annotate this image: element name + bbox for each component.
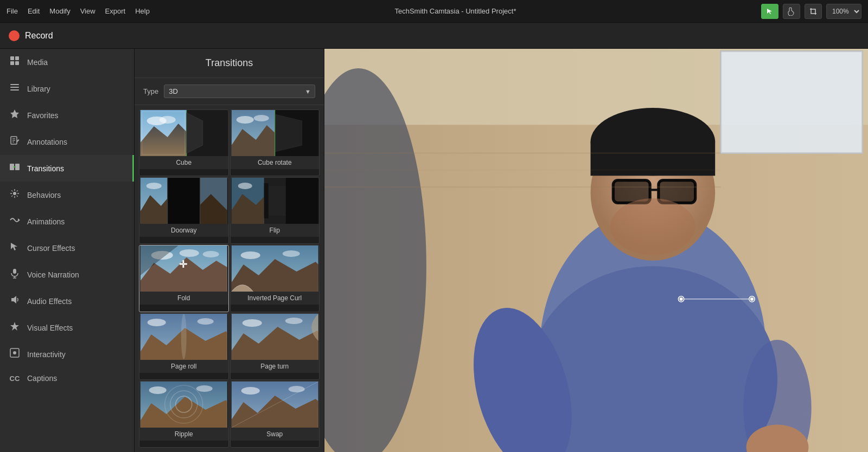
svg-point-100 <box>610 198 695 255</box>
inverted-page-curl-label: Inverted Page Curl <box>231 292 320 305</box>
svg-rect-2 <box>10 61 14 65</box>
menu-help[interactable]: Help <box>135 7 150 15</box>
svg-rect-13 <box>15 164 20 170</box>
svg-point-55 <box>180 249 199 257</box>
svg-rect-6 <box>10 89 19 91</box>
type-filter-select[interactable]: 3D All 2D Alpha <box>164 85 315 98</box>
sidebar-item-audio-effects[interactable]: Audio Effects <box>0 288 134 314</box>
zoom-select[interactable]: 100% 50% 75% 125% 150% 200% <box>826 4 861 19</box>
panel-title: Transitions <box>135 49 324 78</box>
svg-rect-3 <box>15 61 19 65</box>
svg-point-111 <box>679 298 682 301</box>
captions-icon: CC <box>9 374 21 383</box>
svg-point-73 <box>149 386 167 394</box>
crop-tool-button[interactable] <box>805 4 822 19</box>
menu-export[interactable]: Export <box>105 7 126 15</box>
svg-rect-16 <box>13 269 16 274</box>
svg-rect-50 <box>264 183 268 218</box>
sidebar-item-label-behaviors: Behaviors <box>27 191 61 199</box>
cursor-effects-icon <box>9 241 21 255</box>
svg-point-33 <box>236 116 253 124</box>
svg-rect-40 <box>168 178 200 224</box>
record-dot <box>9 30 20 41</box>
transition-fold[interactable]: ✛ Fold <box>139 245 229 312</box>
sidebar-item-behaviors[interactable]: Behaviors <box>0 182 134 208</box>
hand-tool-button[interactable] <box>783 4 800 19</box>
page-turn-label: Page turn <box>231 360 320 373</box>
sidebar-item-media[interactable]: Media <box>0 49 134 75</box>
svg-marker-19 <box>11 296 16 304</box>
svg-marker-7 <box>10 109 19 118</box>
transition-page-roll[interactable]: Page roll <box>139 313 229 380</box>
sidebar-item-transitions[interactable]: Transitions <box>0 155 134 182</box>
sidebar-item-visual-effects[interactable]: Visual Effects <box>0 314 134 341</box>
transition-swap[interactable]: Swap <box>230 381 320 448</box>
sidebar-item-label-cursor-effects: Cursor Effects <box>27 244 75 253</box>
menu-modify[interactable]: Modify <box>49 7 70 15</box>
app-title: TechSmith Camtasia - Untitled Project* <box>394 7 516 15</box>
ripple-label: Ripple <box>139 428 228 441</box>
sidebar-item-voice-narration[interactable]: Voice Narration <box>0 261 134 288</box>
sidebar-item-cursor-effects[interactable]: Cursor Effects <box>0 235 134 261</box>
audio-effects-icon <box>9 294 21 308</box>
page-roll-label: Page roll <box>139 360 228 373</box>
visual-effects-icon <box>9 321 21 334</box>
sidebar-item-interactivity[interactable]: Interactivity <box>0 341 134 367</box>
svg-point-43 <box>146 183 162 189</box>
record-label: Record <box>25 31 53 41</box>
sidebar-item-label-visual-effects: Visual Effects <box>27 324 73 332</box>
transition-cube-rotate[interactable]: Cube rotate <box>230 109 320 176</box>
sidebar-item-label-library: Library <box>27 85 50 93</box>
transition-inverted-page-curl[interactable]: Inverted Page Curl <box>230 245 320 312</box>
flip-label: Flip <box>231 224 320 237</box>
filter-label: Type <box>143 87 158 95</box>
svg-point-66 <box>181 314 187 359</box>
svg-rect-94 <box>591 142 716 176</box>
top-menu-bar: File Edit Modify View Export Help TechSm… <box>0 0 868 23</box>
svg-point-65 <box>197 318 214 325</box>
main-area: Media Library Favorites <box>0 49 868 452</box>
transitions-grid: Cube <box>135 105 324 452</box>
sidebar: Media Library Favorites <box>0 49 135 452</box>
sidebar-item-label-interactivity: Interactivity <box>27 350 66 359</box>
media-icon <box>9 55 21 69</box>
svg-marker-15 <box>18 218 20 222</box>
interactivity-icon <box>9 347 21 361</box>
behaviors-icon <box>9 188 21 202</box>
sidebar-item-favorites[interactable]: Favorites <box>0 102 134 128</box>
annotations-icon <box>9 135 21 148</box>
transition-ripple[interactable]: Ripple <box>139 381 229 448</box>
menu-file[interactable]: File <box>7 7 18 15</box>
svg-rect-5 <box>10 87 19 88</box>
star-icon <box>9 108 21 122</box>
svg-point-27 <box>159 116 176 124</box>
svg-point-34 <box>253 115 269 121</box>
preview-area <box>324 49 868 452</box>
fold-label: Fold <box>139 292 228 305</box>
pointer-tool-button[interactable] <box>761 4 778 19</box>
swap-label: Swap <box>231 428 320 441</box>
toolbar-right: 100% 50% 75% 125% 150% 200% <box>761 4 861 19</box>
transition-page-turn[interactable]: Page turn <box>230 313 320 380</box>
svg-rect-1 <box>15 56 19 60</box>
svg-rect-51 <box>285 178 318 224</box>
transition-flip[interactable]: Flip <box>230 177 320 244</box>
svg-point-56 <box>203 251 219 257</box>
transition-cube[interactable]: Cube <box>139 109 229 176</box>
sidebar-item-annotations[interactable]: Annotations <box>0 128 134 155</box>
menu-view[interactable]: View <box>80 7 95 15</box>
sidebar-item-library[interactable]: Library <box>0 75 134 102</box>
menu-edit[interactable]: Edit <box>28 7 40 15</box>
svg-point-48 <box>238 183 252 189</box>
transition-doorway[interactable]: Doorway <box>139 177 229 244</box>
svg-marker-20 <box>10 322 19 331</box>
sidebar-item-animations[interactable]: Animations <box>0 208 134 235</box>
transitions-icon <box>9 162 21 175</box>
svg-point-14 <box>13 192 16 195</box>
sidebar-item-label-annotations: Annotations <box>27 138 67 146</box>
sidebar-item-captions[interactable]: CC Captions <box>0 367 134 389</box>
menu-bar: File Edit Modify View Export Help <box>7 7 150 15</box>
svg-rect-0 <box>10 56 14 60</box>
doorway-label: Doorway <box>139 224 228 237</box>
svg-point-81 <box>288 386 304 392</box>
